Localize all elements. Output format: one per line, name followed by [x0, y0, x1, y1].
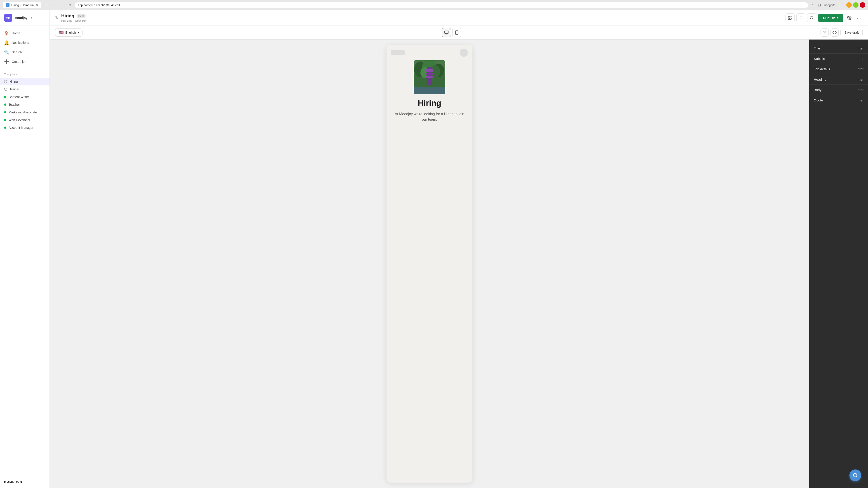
incognito-label: Incognito	[824, 3, 835, 7]
main: ↻ Hiring Draft Full-time · New York	[50, 10, 868, 488]
preview-description: At Moodjoy we're looking for a Hiring to…	[392, 111, 467, 122]
browser-tab[interactable]: H Hiring - Homerun ✕	[3, 2, 41, 8]
font-row-quote[interactable]: Quote Inter	[809, 95, 868, 105]
avatar: MM	[4, 14, 12, 22]
jobs-header-chevron-icon: ▾	[16, 73, 18, 76]
nav-item-create-job[interactable]: ➕ Create job	[0, 57, 50, 66]
preview-area: Hiring At Moodjoy we're looking for a Hi…	[50, 39, 809, 488]
nav-label-home: Home	[12, 31, 20, 35]
font-row-job-details[interactable]: Job details Inter	[809, 64, 868, 74]
nav-label-create-job: Create job	[12, 60, 26, 64]
topbar-left: ↻ Hiring Draft Full-time · New York	[55, 13, 782, 22]
font-label-title: Title	[814, 46, 820, 50]
nav-item-notifications[interactable]: 🔔 Notifications	[0, 38, 50, 47]
job-item-teacher[interactable]: Teacher	[0, 101, 50, 108]
search-tool-button[interactable]	[807, 13, 816, 22]
draft-badge: Draft	[76, 14, 86, 18]
svg-rect-26	[414, 88, 445, 94]
mobile-view-button[interactable]	[452, 28, 461, 37]
job-item-marketing-associate[interactable]: Marketing Associate	[0, 108, 50, 116]
preview-card-header	[386, 45, 472, 60]
help-icon	[852, 473, 858, 478]
svg-point-14	[834, 32, 835, 33]
bookmark-button[interactable]: ☆	[810, 2, 815, 8]
floating-help-button[interactable]	[849, 469, 861, 481]
editor-actions: Save draft	[820, 29, 863, 37]
nav-items: 🏠 Home 🔔 Notifications 🔍 Search ➕ Create…	[0, 26, 50, 69]
sidebar-logo: HOMERUN	[0, 476, 50, 488]
preview-image-svg	[414, 60, 445, 94]
preview-job-title: Hiring	[392, 99, 467, 108]
job-item-account-manager[interactable]: Account Manager	[0, 124, 50, 131]
job-status-dot-teacher	[4, 103, 6, 106]
job-status-dot-hiring	[4, 80, 7, 83]
homerun-logo: HOMERUN	[4, 480, 22, 484]
mobile-icon	[455, 30, 459, 35]
more-options-topbar-button[interactable]: ···	[855, 14, 863, 22]
edit-tool-button[interactable]	[785, 13, 795, 22]
job-title-text: Hiring	[61, 13, 74, 19]
eye-icon	[833, 31, 837, 35]
language-chevron-icon: ▾	[78, 31, 79, 34]
font-value-job-details: Inter	[857, 67, 864, 71]
job-name-web-developer: Web Developer	[8, 118, 30, 122]
job-item-trainer[interactable]: Trainer	[0, 86, 50, 93]
language-selector[interactable]: 🇺🇸 English ▾	[55, 29, 83, 37]
plus-icon: ➕	[4, 59, 9, 64]
job-item-content-writer[interactable]: Content Writer	[0, 93, 50, 101]
address-bar[interactable]: app.homerun.co/job/336546/edit	[74, 2, 809, 8]
reload-button[interactable]: ↻	[66, 2, 73, 8]
new-tab-button[interactable]: +	[43, 3, 49, 7]
right-panel: Title Inter Subtitle Inter Job details I…	[809, 39, 868, 488]
desktop-view-button[interactable]	[442, 28, 451, 37]
publish-label: Publish	[823, 16, 835, 20]
content-area: Hiring At Moodjoy we're looking for a Hi…	[50, 39, 868, 488]
nav-item-home[interactable]: 🏠 Home	[0, 29, 50, 38]
job-status-dot-trainer	[4, 88, 7, 91]
job-name-content-writer: Content Writer	[8, 95, 29, 99]
font-list: Title Inter Subtitle Inter Job details I…	[809, 39, 868, 109]
close-button[interactable]: ✕	[860, 2, 865, 8]
edit-mode-button[interactable]	[820, 29, 829, 37]
save-draft-button[interactable]: Save draft	[840, 29, 863, 36]
forward-button[interactable]: →	[59, 2, 65, 8]
jobs-header-label: Your jobs	[4, 73, 16, 76]
workspace-chevron-icon[interactable]: ▾	[31, 16, 32, 20]
font-row-body[interactable]: Body Inter	[809, 85, 868, 95]
font-row-title[interactable]: Title Inter	[809, 43, 868, 54]
job-status-dot-content-writer	[4, 96, 6, 98]
language-label: English	[65, 31, 76, 34]
back-button[interactable]: ←	[51, 2, 57, 8]
more-options-button[interactable]: ⋮	[837, 2, 843, 8]
publish-button[interactable]: Publish ▾	[818, 14, 843, 22]
settings-button[interactable]	[845, 14, 853, 22]
font-row-heading[interactable]: Heading Inter	[809, 74, 868, 85]
svg-line-7	[813, 19, 813, 19]
job-item-hiring[interactable]: Hiring	[0, 78, 50, 86]
sidebar-header: MM Moodjoy ▾	[0, 10, 50, 26]
jobs-header[interactable]: Your jobs ▾	[0, 71, 50, 78]
search-icon	[810, 16, 814, 20]
maximize-button[interactable]: □	[853, 2, 859, 8]
tab-close-button[interactable]: ✕	[35, 3, 38, 7]
preview-mode-button[interactable]	[831, 29, 839, 37]
nav-item-search[interactable]: 🔍 Search	[0, 47, 50, 57]
list-icon	[799, 16, 803, 20]
topbar: ↻ Hiring Draft Full-time · New York	[50, 10, 868, 26]
svg-point-27	[853, 473, 857, 477]
job-status-dot-web-developer	[4, 119, 6, 121]
font-row-subtitle[interactable]: Subtitle Inter	[809, 54, 868, 64]
split-view-button[interactable]: ⊡	[817, 2, 822, 8]
browser-chrome: H Hiring - Homerun ✕ + ← → ↻ app.homerun…	[0, 0, 868, 10]
minimize-button[interactable]: −	[846, 2, 852, 8]
svg-point-6	[810, 16, 813, 19]
editor-toolbar: 🇺🇸 English ▾ Save draft	[50, 26, 868, 39]
job-item-web-developer[interactable]: Web Developer	[0, 116, 50, 124]
svg-line-28	[857, 477, 857, 477]
svg-rect-9	[444, 31, 448, 34]
tab-favicon: H	[6, 3, 9, 7]
list-tool-button[interactable]	[796, 13, 805, 22]
refresh-icon[interactable]: ↻	[55, 15, 59, 20]
browser-controls: ← → ↻	[51, 2, 73, 8]
job-name-teacher: Teacher	[8, 103, 20, 106]
